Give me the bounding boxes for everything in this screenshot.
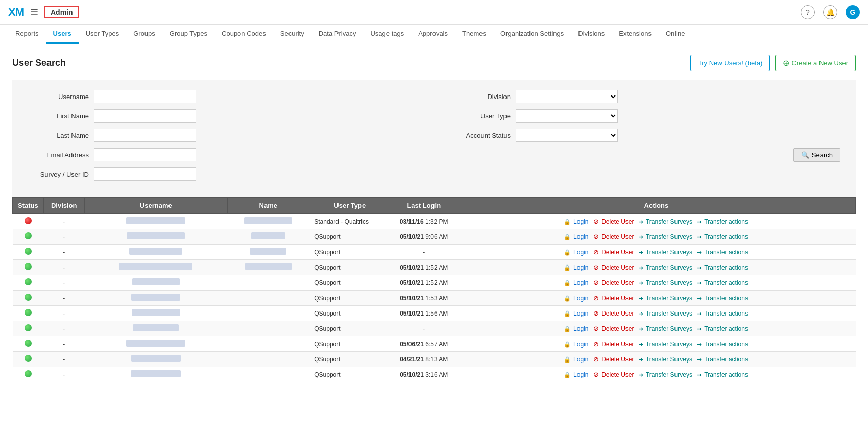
transfer-actions-link[interactable]: Transfer actions (703, 249, 748, 256)
tab-users[interactable]: Users (46, 25, 79, 44)
tab-security[interactable]: Security (273, 25, 311, 44)
tab-extensions[interactable]: Extensions (612, 25, 659, 44)
try-new-users-button[interactable]: Try New Users! (beta) (690, 55, 770, 71)
actions-cell: 🔒 Login ⊘ Delete User ➜ Transfer Surveys… (457, 245, 855, 260)
tab-divisions[interactable]: Divisions (571, 25, 612, 44)
login-link[interactable]: Login (572, 249, 589, 256)
tab-data-privacy[interactable]: Data Privacy (311, 25, 364, 44)
tab-online[interactable]: Online (659, 25, 692, 44)
status-cell (13, 275, 44, 291)
delete-user-link[interactable]: Delete User (600, 295, 634, 302)
transfer-actions-link[interactable]: Transfer actions (703, 325, 748, 332)
tab-usage-tags[interactable]: Usage tags (363, 25, 411, 44)
transfer-actions-link[interactable]: Transfer actions (703, 371, 748, 378)
surveyid-input[interactable] (94, 167, 196, 181)
delete-icon: ⊘ (593, 279, 599, 286)
tab-user-types[interactable]: User Types (79, 25, 127, 44)
tab-coupon-codes[interactable]: Coupon Codes (214, 25, 273, 44)
username-cell (84, 275, 227, 291)
delete-user-link[interactable]: Delete User (600, 325, 634, 332)
email-input[interactable] (94, 148, 196, 161)
transfer-surveys-arrow: ➜ (639, 356, 643, 363)
login-link[interactable]: Login (572, 295, 589, 302)
status-dot (25, 294, 32, 301)
firstname-input[interactable] (94, 109, 196, 123)
login-link[interactable]: Login (572, 325, 589, 332)
transfer-surveys-link[interactable]: Transfer Surveys (644, 341, 692, 348)
delete-user-link[interactable]: Delete User (600, 356, 634, 363)
transfer-surveys-link[interactable]: Transfer Surveys (644, 233, 692, 240)
transfer-surveys-link[interactable]: Transfer Surveys (644, 295, 692, 302)
th-usertype: User Type (309, 198, 391, 214)
xm-logo: XM (8, 6, 24, 19)
transfer-surveys-link[interactable]: Transfer Surveys (644, 325, 692, 332)
transfer-actions-link[interactable]: Transfer actions (703, 356, 748, 363)
transfer-actions-link[interactable]: Transfer actions (703, 295, 748, 302)
create-new-user-button[interactable]: ⊕ Create a New User (775, 55, 856, 71)
login-link[interactable]: Login (572, 371, 589, 378)
topbar-left: XM ☰ Admin (8, 6, 79, 19)
tab-org-settings[interactable]: Organization Settings (493, 25, 571, 44)
transfer-surveys-link[interactable]: Transfer Surveys (644, 279, 692, 286)
avatar[interactable]: G (846, 5, 860, 19)
username-input[interactable] (94, 90, 196, 103)
usertype-select[interactable] (516, 109, 618, 123)
transfer-actions-link[interactable]: Transfer actions (703, 264, 748, 271)
login-link[interactable]: Login (572, 341, 589, 348)
tab-groups[interactable]: Groups (126, 25, 162, 44)
status-cell (13, 229, 44, 245)
transfer-actions-arrow: ➜ (697, 264, 702, 271)
th-status: Status (13, 198, 44, 214)
name-blurred (251, 232, 285, 239)
hamburger-icon[interactable]: ☰ (30, 7, 38, 18)
login-link[interactable]: Login (572, 279, 589, 286)
login-link[interactable]: Login (572, 233, 589, 240)
usertype-cell: QSupport (309, 336, 391, 352)
th-actions: Actions (457, 198, 855, 214)
table-row: -QSupport05/10/21 9:06 AM🔒 Login ⊘ Delet… (13, 229, 856, 245)
transfer-actions-link[interactable]: Transfer actions (703, 218, 748, 225)
login-link[interactable]: Login (572, 264, 589, 271)
actions-cell: 🔒 Login ⊘ Delete User ➜ Transfer Surveys… (457, 275, 855, 291)
bell-icon[interactable]: 🔔 (823, 5, 837, 19)
delete-user-link[interactable]: Delete User (600, 249, 634, 256)
lastname-input[interactable] (94, 129, 196, 142)
tab-reports[interactable]: Reports (8, 25, 46, 44)
tab-approvals[interactable]: Approvals (411, 25, 455, 44)
transfer-surveys-link[interactable]: Transfer Surveys (644, 356, 692, 363)
username-blurred (129, 248, 182, 255)
transfer-actions-arrow: ➜ (697, 295, 702, 301)
login-link[interactable]: Login (572, 218, 589, 225)
delete-user-link[interactable]: Delete User (600, 310, 634, 317)
transfer-surveys-link[interactable]: Transfer Surveys (644, 310, 692, 317)
tab-themes[interactable]: Themes (455, 25, 493, 44)
accountstatus-row: Account Status (449, 129, 840, 142)
transfer-actions-link[interactable]: Transfer actions (703, 279, 748, 286)
delete-user-link[interactable]: Delete User (600, 371, 634, 378)
login-link[interactable]: Login (572, 356, 589, 363)
actions-cell: 🔒 Login ⊘ Delete User ➜ Transfer Surveys… (457, 306, 855, 321)
delete-user-link[interactable]: Delete User (600, 341, 634, 348)
help-icon[interactable]: ? (801, 5, 815, 19)
name-cell (227, 306, 309, 321)
transfer-surveys-link[interactable]: Transfer Surveys (644, 218, 692, 225)
division-cell: - (43, 367, 84, 382)
search-button[interactable]: 🔍 Search (793, 148, 840, 162)
transfer-surveys-link[interactable]: Transfer Surveys (644, 249, 692, 256)
transfer-actions-link[interactable]: Transfer actions (703, 310, 748, 317)
delete-user-link[interactable]: Delete User (600, 264, 634, 271)
delete-user-link[interactable]: Delete User (600, 233, 634, 240)
login-link[interactable]: Login (572, 310, 589, 317)
division-select[interactable] (516, 90, 618, 103)
delete-user-link[interactable]: Delete User (600, 218, 634, 225)
tab-group-types[interactable]: Group Types (162, 25, 214, 44)
delete-user-link[interactable]: Delete User (600, 279, 634, 286)
transfer-surveys-link[interactable]: Transfer Surveys (644, 371, 692, 378)
plus-icon: ⊕ (783, 58, 789, 68)
name-cell (227, 245, 309, 260)
transfer-actions-link[interactable]: Transfer actions (703, 233, 748, 240)
transfer-surveys-link[interactable]: Transfer Surveys (644, 264, 692, 271)
username-cell (84, 352, 227, 367)
accountstatus-select[interactable] (516, 129, 618, 142)
transfer-actions-link[interactable]: Transfer actions (703, 341, 748, 348)
